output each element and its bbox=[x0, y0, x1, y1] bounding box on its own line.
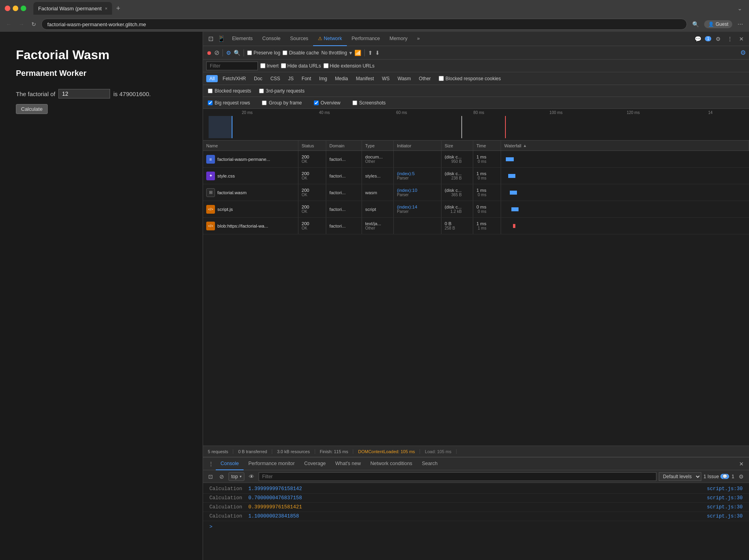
calculate-button[interactable]: Calculate bbox=[16, 104, 48, 114]
active-tab[interactable]: Factorial Wasm (permanent × bbox=[33, 2, 112, 15]
console-level-select[interactable]: Default levels bbox=[659, 472, 701, 481]
import-icon[interactable]: ⬆ bbox=[368, 50, 373, 56]
console-clear-icon[interactable]: ⊘ bbox=[217, 472, 226, 481]
third-party-checkbox[interactable] bbox=[259, 89, 264, 93]
export-icon[interactable]: ⬇ bbox=[375, 50, 380, 56]
issues-badge[interactable]: 💬 bbox=[720, 474, 729, 479]
console-row-2-link[interactable]: script.js:30 bbox=[707, 495, 743, 501]
online-icon[interactable]: 📶 bbox=[354, 50, 361, 56]
blocked-requests-checkbox[interactable] bbox=[208, 89, 213, 93]
col-header-name[interactable]: Name bbox=[203, 141, 298, 151]
minimize-button[interactable] bbox=[13, 6, 18, 11]
type-btn-img[interactable]: Img bbox=[316, 75, 330, 82]
tab-more[interactable]: » bbox=[412, 32, 424, 46]
console-settings-icon[interactable]: ⚙ bbox=[737, 472, 746, 481]
console-sidebar-icon[interactable]: ⊡ bbox=[206, 472, 215, 481]
record-icon[interactable]: ⏺ bbox=[206, 50, 212, 56]
console-eye-icon[interactable]: 👁 bbox=[247, 472, 256, 481]
network-settings-icon[interactable]: ⚙ bbox=[740, 49, 746, 56]
factorial-input[interactable] bbox=[58, 89, 110, 98]
top-selector[interactable]: top ▾ bbox=[228, 472, 244, 481]
console-tab-console[interactable]: Console bbox=[216, 458, 244, 470]
console-row-1-link[interactable]: script.js:30 bbox=[707, 486, 743, 492]
more-menu-button[interactable]: ⋯ bbox=[735, 20, 745, 29]
type-btn-media[interactable]: Media bbox=[332, 75, 351, 82]
col-header-time[interactable]: Time bbox=[473, 141, 501, 151]
tab-performance[interactable]: Performance bbox=[347, 32, 385, 46]
close-console-icon[interactable]: ✕ bbox=[737, 460, 746, 468]
console-tab-search[interactable]: Search bbox=[417, 458, 443, 470]
hide-data-urls-check[interactable]: Hide data URLs bbox=[281, 63, 321, 69]
console-tab-performance[interactable]: Performance monitor bbox=[244, 458, 300, 470]
third-party-check[interactable]: 3rd-party requests bbox=[259, 88, 304, 94]
devtools-device-icon[interactable]: 📱 bbox=[215, 34, 227, 44]
tab-console[interactable]: Console bbox=[257, 32, 285, 46]
col-header-status[interactable]: Status bbox=[298, 141, 326, 151]
console-menu-icon[interactable]: ⋮ bbox=[206, 460, 216, 468]
console-prompt[interactable]: > bbox=[203, 521, 749, 532]
group-by-frame-checkbox[interactable] bbox=[262, 100, 267, 105]
filter-icon[interactable]: ⚙ bbox=[226, 50, 231, 56]
new-tab-button[interactable]: + bbox=[114, 4, 123, 13]
console-row-4-link[interactable]: script.js:30 bbox=[707, 514, 743, 519]
invert-check[interactable]: Invert bbox=[260, 63, 279, 69]
settings-icon[interactable]: ⚙ bbox=[714, 35, 723, 43]
screenshots-check[interactable]: Screenshots bbox=[352, 100, 386, 106]
table-row[interactable]: ⊞ factorial.wasm 200 OK factori... wasm … bbox=[203, 184, 749, 201]
more-options-icon[interactable]: ⋮ bbox=[725, 35, 735, 43]
console-tab-whatsnew[interactable]: What's new bbox=[331, 458, 366, 470]
col-header-size[interactable]: Size bbox=[441, 141, 473, 151]
blocked-cookies-checkbox[interactable] bbox=[439, 76, 444, 81]
type-btn-wasm[interactable]: Wasm bbox=[395, 75, 414, 82]
guest-button[interactable]: 👤 Guest bbox=[704, 20, 732, 28]
tab-network[interactable]: ⚠ Network bbox=[313, 32, 347, 46]
tab-sources[interactable]: Sources bbox=[285, 32, 313, 46]
type-btn-doc[interactable]: Doc bbox=[251, 75, 265, 82]
tab-memory[interactable]: Memory bbox=[385, 32, 412, 46]
group-by-frame-check[interactable]: Group by frame bbox=[262, 100, 302, 106]
zoom-icon[interactable]: 🔍 bbox=[690, 20, 701, 29]
hide-extension-checkbox[interactable] bbox=[323, 63, 329, 68]
table-row[interactable]: </> script.js 200 OK factori... script (… bbox=[203, 201, 749, 218]
type-btn-all[interactable]: All bbox=[206, 75, 218, 82]
console-tab-network-conditions[interactable]: Network conditions bbox=[366, 458, 417, 470]
address-bar[interactable]: factorial-wasm-permanent-worker.glitch.m… bbox=[41, 19, 687, 30]
type-btn-font[interactable]: Font bbox=[298, 75, 314, 82]
col-header-domain[interactable]: Domain bbox=[326, 141, 362, 151]
type-btn-fetch[interactable]: Fetch/XHR bbox=[219, 75, 249, 82]
type-btn-ws[interactable]: WS bbox=[379, 75, 393, 82]
search-icon[interactable]: 🔍 bbox=[234, 50, 240, 56]
close-devtools-icon[interactable]: ✕ bbox=[737, 35, 746, 43]
row-2-initiator-link[interactable]: (index):5 bbox=[397, 171, 415, 176]
type-btn-js[interactable]: JS bbox=[285, 75, 297, 82]
reload-button[interactable]: ↻ bbox=[29, 20, 38, 29]
clear-icon[interactable]: ⊘ bbox=[214, 49, 219, 56]
filter-input[interactable] bbox=[206, 62, 258, 70]
type-btn-manifest[interactable]: Manifest bbox=[353, 75, 377, 82]
big-rows-checkbox[interactable] bbox=[208, 100, 213, 105]
col-header-initiator[interactable]: Initiator bbox=[394, 141, 441, 151]
tab-close-icon[interactable]: × bbox=[105, 6, 107, 11]
table-row[interactable]: ✦ style.css 200 OK factori... styles... … bbox=[203, 168, 749, 184]
console-tab-coverage[interactable]: Coverage bbox=[300, 458, 331, 470]
preserve-log-checkbox[interactable] bbox=[247, 50, 252, 55]
overview-checkbox[interactable] bbox=[314, 100, 319, 105]
table-row[interactable]: ≡ factorial-wasm-permane... 200 OK facto… bbox=[203, 151, 749, 168]
big-rows-check[interactable]: Big request rows bbox=[208, 100, 250, 106]
col-header-type[interactable]: Type bbox=[362, 141, 394, 151]
blocked-cookies-check[interactable]: Blocked response cookies bbox=[439, 76, 501, 81]
back-button[interactable]: ← bbox=[4, 20, 14, 29]
type-btn-css[interactable]: CSS bbox=[267, 75, 283, 82]
row-4-initiator-link[interactable]: (index):14 bbox=[397, 205, 417, 209]
close-button[interactable] bbox=[5, 6, 10, 11]
window-controls[interactable]: ⌄ bbox=[735, 4, 744, 13]
throttle-dropdown[interactable]: ▾ bbox=[349, 50, 352, 56]
disable-cache-checkbox[interactable] bbox=[283, 50, 287, 55]
tab-elements[interactable]: Elements bbox=[227, 32, 257, 46]
type-btn-other[interactable]: Other bbox=[416, 75, 434, 82]
maximize-button[interactable] bbox=[21, 6, 26, 11]
console-filter-input[interactable] bbox=[259, 472, 656, 481]
hide-extension-check[interactable]: Hide extension URLs bbox=[323, 63, 375, 69]
col-header-waterfall[interactable]: Waterfall ▲ bbox=[501, 141, 749, 151]
screenshots-checkbox[interactable] bbox=[352, 100, 357, 105]
